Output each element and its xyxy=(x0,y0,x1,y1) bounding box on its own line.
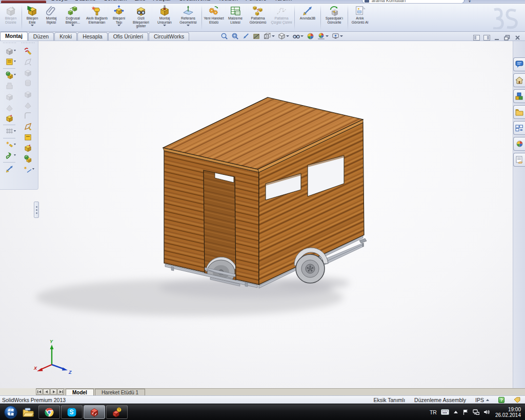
start-button[interactable] xyxy=(3,405,18,420)
insert-component-tool[interactable] xyxy=(3,46,15,56)
sketch-edit-tool[interactable] xyxy=(22,121,34,132)
ribbon-button-move-component[interactable]: Bileşeni Taşı xyxy=(109,4,129,31)
caret[interactable] xyxy=(14,50,16,51)
minimize-button[interactable] xyxy=(493,34,500,41)
caret[interactable] xyxy=(286,35,289,37)
tab-ofis-urunleri[interactable]: Ofis Ürünleri xyxy=(108,32,148,41)
appearances-scenes-tab[interactable] xyxy=(513,137,525,151)
tab-hesapla[interactable]: Hesapla xyxy=(77,32,108,41)
taskbar-skype[interactable] xyxy=(61,405,83,419)
caret[interactable] xyxy=(14,154,16,156)
ribbon-button-update-speedpak[interactable]: Speedpak'ı Güncelle xyxy=(322,4,347,31)
model-tab[interactable]: Model xyxy=(66,389,94,395)
taskbar-solidworks-help[interactable] xyxy=(106,405,128,419)
ribbon-button-linear-pattern[interactable]: Doğrusal Bileşen... xyxy=(61,4,85,31)
tag-icon[interactable] xyxy=(514,397,521,403)
ribbon-button-exploded-view[interactable]: Patlatma Görünümü xyxy=(246,4,270,31)
caret[interactable] xyxy=(14,144,16,145)
taskbar-chrome[interactable] xyxy=(38,405,60,419)
tab-scroll-last[interactable] xyxy=(57,389,64,395)
caravan-back-wall[interactable] xyxy=(164,151,259,285)
restore-button[interactable] xyxy=(503,34,511,41)
component-note-tool[interactable] xyxy=(3,56,15,67)
tab-scroll-prev[interactable] xyxy=(43,389,50,395)
taskbar-solidworks[interactable] xyxy=(84,405,105,419)
tab-scroll-next[interactable] xyxy=(50,389,57,395)
show-hidden-icons-button[interactable] xyxy=(453,410,458,414)
component-pattern-tool[interactable] xyxy=(3,126,15,137)
search-options-caret[interactable]: ▾ xyxy=(469,0,478,3)
pane-left-button[interactable] xyxy=(473,34,480,41)
caret[interactable] xyxy=(326,35,329,37)
ribbon-button-mate[interactable]: Montaj İlişkisi xyxy=(42,4,61,31)
taskbar-clock[interactable]: 19:00 26.02.2014 xyxy=(495,407,521,418)
menu-pencere[interactable]: Pencere xyxy=(246,0,267,3)
boss-tool[interactable] xyxy=(22,132,34,143)
caret[interactable] xyxy=(14,130,16,132)
hide-show-items-icon[interactable] xyxy=(292,32,304,40)
menu-dosya[interactable]: Dosya xyxy=(51,0,67,3)
ribbon-button-reference-geometry[interactable]: Referans Geometrisi xyxy=(176,4,200,31)
taskbar-explorer[interactable] xyxy=(19,405,37,419)
zoom-fit-icon[interactable] xyxy=(220,32,228,40)
menu-duzenle[interactable]: Düzenle xyxy=(75,0,95,3)
model-caravan-assembly[interactable]: X Y Z xyxy=(0,41,525,388)
quick-tips-help-button[interactable]: ? xyxy=(498,397,504,403)
feature-star-tool[interactable] xyxy=(22,143,34,153)
appearance-tool[interactable] xyxy=(3,70,15,81)
ribbon-button-show-hidden-components[interactable]: Gizli Bileşenleri göster xyxy=(129,4,153,31)
sketch-3d-tool[interactable] xyxy=(22,46,34,56)
keyboard-icon[interactable] xyxy=(441,409,449,415)
instant3d-tool[interactable] xyxy=(3,164,15,174)
menu-yardim[interactable]: Yardım xyxy=(274,0,292,3)
tab-duzen[interactable]: Düzen xyxy=(28,32,54,41)
display-style-icon[interactable] xyxy=(278,32,289,40)
ribbon-button-insert-component[interactable]: Bileşen Ekle xyxy=(23,4,42,31)
ribbon-button-bill-of-materials[interactable]: Malzeme Listesi xyxy=(225,4,246,31)
caret[interactable] xyxy=(272,35,275,37)
ribbon-button-smart-fasteners[interactable]: Akıllı Bağlantı Elemanları xyxy=(85,4,109,31)
zoom-area-icon[interactable] xyxy=(231,32,239,40)
routing-tool[interactable] xyxy=(3,150,15,161)
ribbon-button-instant3d[interactable]: Anında3B xyxy=(296,4,319,31)
view-palette-tab[interactable] xyxy=(513,121,525,135)
menu-ekle[interactable]: Ekle xyxy=(134,0,145,3)
tab-montaj[interactable]: Montaj xyxy=(0,32,28,41)
file-explorer-tab[interactable] xyxy=(513,105,525,119)
design-library-tab[interactable] xyxy=(513,89,525,103)
view-orientation-icon[interactable] xyxy=(264,32,275,40)
appearance-ball-tool[interactable] xyxy=(22,153,34,164)
previous-view-icon[interactable] xyxy=(242,32,250,40)
caret[interactable] xyxy=(340,35,343,37)
unit-system-selector[interactable]: IPS xyxy=(475,397,489,403)
feature-tree-splitter-handle[interactable] xyxy=(34,202,39,218)
door-opening[interactable] xyxy=(204,170,237,285)
menu-araclar[interactable]: Araçlar xyxy=(153,0,171,3)
graphics-area[interactable]: X Y Z xyxy=(0,41,525,388)
dropdown-caret[interactable] xyxy=(23,24,42,27)
dropdown-caret[interactable] xyxy=(61,24,85,27)
assembly-feature-tool[interactable] xyxy=(3,113,15,124)
menu-toolbox[interactable]: Toolbox xyxy=(218,0,238,3)
language-indicator[interactable]: TR xyxy=(430,409,437,415)
volume-icon[interactable] xyxy=(483,409,490,415)
action-center-flag-icon[interactable] xyxy=(462,409,469,415)
solidworks-resources-tab[interactable] xyxy=(513,73,525,87)
toolbar-grip[interactable] xyxy=(3,42,16,44)
ribbon-button-assembly-features[interactable]: Montaj Unsurları xyxy=(153,4,176,31)
edit-appearance-icon[interactable] xyxy=(307,32,314,40)
dropdown-caret[interactable] xyxy=(153,24,176,27)
dropdown-caret[interactable] xyxy=(109,24,129,27)
tab-kroki[interactable]: Kroki xyxy=(54,32,77,41)
ribbon-button-take-snapshot[interactable]: Anlık Görüntü Al xyxy=(349,4,371,31)
tab-circuitworks[interactable]: CircuitWorks xyxy=(149,32,189,41)
motion-study-tab[interactable]: Hareket Etüdü 1 xyxy=(95,389,145,395)
custom-properties-tab[interactable] xyxy=(513,153,525,167)
view-settings-icon[interactable] xyxy=(332,32,343,40)
close-button[interactable] xyxy=(514,34,521,41)
ribbon-button-new-motion-study[interactable]: Yeni Hareket Etüdü xyxy=(203,4,225,31)
dropdown-caret[interactable] xyxy=(176,24,200,27)
toolbar-grip[interactable] xyxy=(21,42,34,44)
search-commands-input[interactable]: arama Komutları xyxy=(362,0,465,4)
caret[interactable] xyxy=(32,168,34,170)
